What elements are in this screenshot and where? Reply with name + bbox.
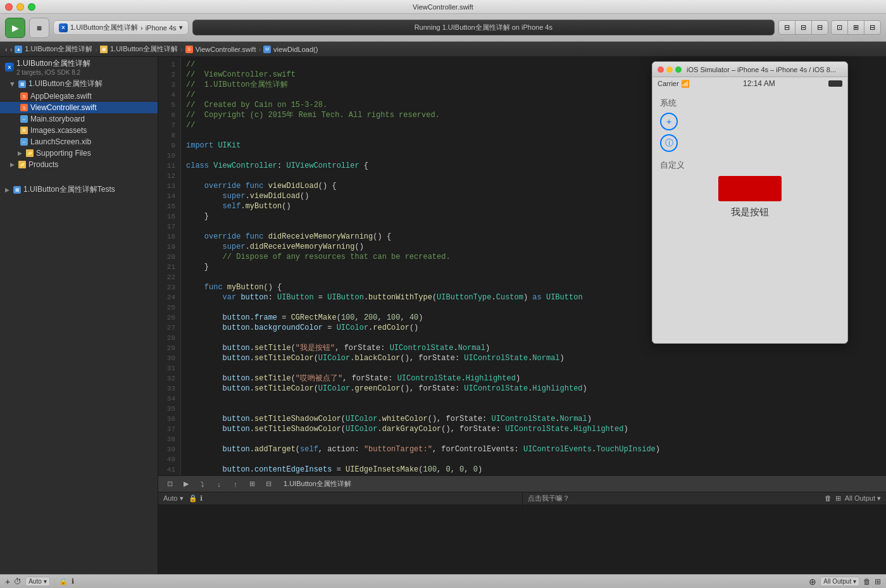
- status-lock-icon: 🔒: [59, 577, 68, 585]
- sim-red-button[interactable]: [718, 176, 782, 201]
- sim-battery: [828, 80, 842, 87]
- console-left-info-icon: ℹ: [200, 494, 203, 503]
- project-subtitle: 2 targets, iOS SDK 8.2: [16, 69, 90, 76]
- breadcrumb-item-1[interactable]: 1.UIButton全属性详解: [25, 44, 92, 54]
- sidebar-item-label: 1.UIButton全属性详解: [28, 78, 103, 89]
- sidebar-project[interactable]: X 1.UIButton全属性详解 2 targets, iOS SDK 8.2: [0, 57, 158, 77]
- sim-screen: Carrier 📶 12:14 AM 系统 + ⓘ 自定义 我是按钮: [652, 77, 847, 343]
- scheme-separator: ›: [140, 24, 143, 32]
- sidebar-item-tests[interactable]: ▶ ▦ 1.UIButton全属性详解Tests: [0, 183, 158, 196]
- status-location-icon: ⊕: [809, 577, 816, 587]
- sidebar-group-main[interactable]: ▶ ▦ 1.UIButton全属性详解: [0, 77, 158, 91]
- ios-simulator: iOS Simulator – iPhone 4s – iPhone 4s / …: [652, 61, 848, 344]
- editor-toggle-group: ⊡ ⊞ ⊟: [831, 20, 881, 35]
- status-clock-icon: ⏱: [14, 577, 22, 586]
- sidebar: X 1.UIButton全属性详解 2 targets, iOS SDK 8.2…: [0, 57, 158, 574]
- sidebar-item-viewcontroller[interactable]: S ViewController.swift: [0, 102, 158, 113]
- sidebar-label-supporting: Supporting Files: [36, 149, 91, 158]
- assistant-editor[interactable]: ⊞: [848, 21, 864, 34]
- toolbar: X 1.UIButton全属性详解 › iPhone 4s ▾ Running …: [0, 14, 886, 42]
- breadcrumb-item-2[interactable]: 1.UIButton全属性详解: [110, 44, 178, 54]
- breadcrumb-item-4[interactable]: viewDidLoad(): [273, 46, 318, 53]
- sim-close-btn[interactable]: [658, 66, 664, 73]
- status-trash-icon[interactable]: 🗑: [863, 577, 871, 586]
- breadcrumb-forward[interactable]: ›: [10, 46, 13, 53]
- sim-wifi-icon: 📶: [681, 80, 690, 87]
- sim-titlebar: iOS Simulator – iPhone 4s – iPhone 4s / …: [652, 62, 847, 77]
- debug-breakpoints-btn[interactable]: ⊡: [163, 478, 176, 491]
- debug-toggle[interactable]: ⊟: [796, 21, 812, 34]
- title-bar: ViewController.swift: [0, 0, 886, 14]
- minimize-button[interactable]: [16, 3, 24, 11]
- debug-pause-btn[interactable]: ▶: [180, 478, 192, 491]
- sidebar-label-launchscreen: LaunchScreen.xib: [30, 137, 91, 146]
- scheme-selector[interactable]: X 1.UIButton全属性详解 › iPhone 4s ▾: [53, 20, 189, 35]
- console-left-lock-icon: 🔒: [189, 494, 197, 503]
- console-right-content: [523, 505, 887, 510]
- sim-maximize-btn[interactable]: [675, 66, 682, 73]
- maximize-button[interactable]: [28, 3, 35, 11]
- sim-plus-button[interactable]: +: [660, 113, 678, 130]
- status-add-icon[interactable]: +: [5, 577, 10, 587]
- debug-step-into[interactable]: ↓: [213, 478, 225, 491]
- console-right: 点击我干嘛？ 🗑 ⊞ All Output ▾: [523, 492, 887, 574]
- debug-view[interactable]: ⊞: [246, 478, 258, 491]
- supporting-icon: 📁: [26, 149, 34, 157]
- debug-step-out[interactable]: ↑: [229, 478, 242, 491]
- stop-button[interactable]: [29, 18, 49, 38]
- status-right: ⊕ All Output ▾ 🗑 ⊞: [809, 577, 881, 587]
- breadcrumb-icon-2: ▦: [100, 46, 108, 53]
- swift-icon-appdelegate: S: [20, 92, 28, 100]
- bottom-panel: Auto ▾ 🔒 ℹ 点击我干嘛？ 🗑 ⊞ All Output ▾: [158, 492, 886, 574]
- debug-memory[interactable]: ⊟: [262, 478, 275, 491]
- products-icon: 📁: [18, 161, 26, 168]
- sim-content: 系统 + ⓘ 自定义 我是按钮: [652, 90, 847, 343]
- sidebar-label-storyboard: Main.storyboard: [30, 115, 85, 123]
- sim-carrier: Carrier 📶: [658, 80, 690, 88]
- status-expand-icon[interactable]: ⊞: [875, 577, 881, 586]
- sidebar-label-products: Products: [28, 160, 58, 169]
- xib-icon: ↔: [20, 138, 28, 146]
- breadcrumb-item-3[interactable]: ViewController.swift: [196, 46, 256, 53]
- console-right-label[interactable]: All Output ▾: [845, 494, 881, 503]
- close-button[interactable]: [5, 3, 13, 11]
- console-left-header-label[interactable]: Auto ▾: [163, 494, 184, 503]
- sim-section2-label: 自定义: [660, 160, 840, 171]
- supporting-arrow: ▶: [18, 150, 22, 156]
- products-arrow: ▶: [10, 161, 15, 168]
- sidebar-item-products[interactable]: ▶ 📁 Products: [0, 159, 158, 170]
- navigator-toggle[interactable]: ⊟: [779, 21, 796, 34]
- sim-minimize-btn[interactable]: [666, 66, 673, 73]
- assets-icon: ⊞: [20, 127, 28, 134]
- breadcrumb-back[interactable]: ‹: [5, 46, 8, 53]
- status-info-icon: ℹ: [72, 577, 74, 585]
- line-numbers: 12345 678910 1112131415 1617181920 21222…: [158, 57, 181, 475]
- sim-title: iOS Simulator – iPhone 4s – iPhone 4s / …: [687, 66, 836, 73]
- run-button[interactable]: [5, 18, 25, 38]
- sidebar-item-supporting[interactable]: ▶ 📁 Supporting Files: [0, 147, 158, 159]
- debug-step-over[interactable]: ⤵: [196, 478, 209, 491]
- inspector-toggle[interactable]: ⊟: [812, 21, 828, 34]
- version-editor[interactable]: ⊟: [864, 21, 880, 34]
- sidebar-label-appdelegate: AppDelegate.swift: [30, 92, 92, 101]
- status-output-btn[interactable]: All Output ▾: [820, 577, 859, 586]
- standard-editor[interactable]: ⊡: [832, 21, 848, 34]
- project-icon: X: [5, 63, 14, 72]
- sim-button-label: 我是按钮: [660, 206, 840, 218]
- window-buttons: [5, 3, 35, 11]
- console-clear-icon[interactable]: 🗑: [825, 494, 832, 503]
- console-split-icon[interactable]: ⊞: [835, 494, 841, 503]
- sim-info-button[interactable]: ⓘ: [660, 134, 678, 152]
- breadcrumb: ‹ › ▲ 1.UIButton全属性详解 › ▦ 1.UIButton全属性详…: [0, 42, 886, 57]
- storyboard-icon: ↔: [20, 115, 28, 123]
- status-auto-btn[interactable]: Auto ▾: [25, 577, 49, 586]
- sim-section1-label: 系统: [660, 97, 840, 109]
- sidebar-item-appdelegate[interactable]: S AppDelegate.swift: [0, 91, 158, 102]
- sidebar-item-launchscreen[interactable]: ↔ LaunchScreen.xib: [0, 136, 158, 147]
- sidebar-item-assets[interactable]: ⊞ Images.xcassets: [0, 125, 158, 136]
- sidebar-item-storyboard[interactable]: ↔ Main.storyboard: [0, 113, 158, 125]
- window-title: ViewController.swift: [413, 3, 473, 11]
- console-right-header-label: 点击我干嘛？: [528, 494, 570, 503]
- sidebar-label-assets: Images.xcassets: [30, 126, 87, 135]
- project-name: 1.UIButton全属性详解: [16, 58, 90, 69]
